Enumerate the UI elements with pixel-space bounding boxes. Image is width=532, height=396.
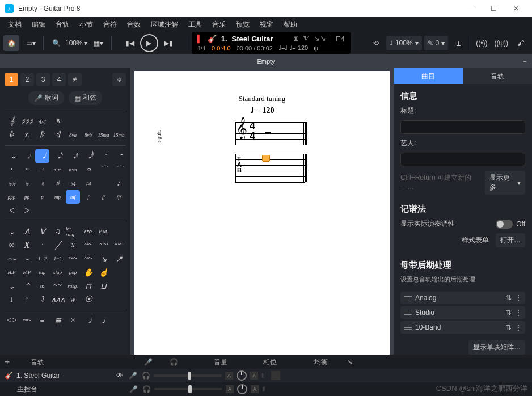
visibility-icon[interactable]: 👁 bbox=[116, 372, 125, 380]
freetime-button[interactable]: 𝄋 bbox=[50, 115, 65, 128]
score-viewport[interactable]: Standard tuning ♩ = 120 s.guit. 𝄞 44 bbox=[130, 68, 394, 374]
fx-row-10band[interactable]: 10-Band ⇅ ⋮ bbox=[400, 321, 525, 334]
open-stylesheet-button[interactable]: 打开… bbox=[496, 233, 525, 247]
play-button[interactable]: ▶ bbox=[140, 34, 158, 52]
countdown-icon[interactable]: ↘↘ bbox=[314, 34, 326, 43]
drag-handle-icon[interactable] bbox=[404, 326, 412, 330]
voice-4-button[interactable]: 4 bbox=[52, 73, 66, 86]
auto-pan-button[interactable]: A bbox=[251, 385, 259, 393]
maximize-button[interactable]: ☐ bbox=[482, 0, 505, 17]
menu-section[interactable]: 区域注解 bbox=[146, 19, 183, 31]
quarterflat-button[interactable]: ♭4 bbox=[66, 176, 80, 190]
menu-tools[interactable]: 工具 bbox=[184, 19, 206, 31]
show-tuning-toggle[interactable] bbox=[496, 220, 513, 229]
15mb-button[interactable]: 15mb bbox=[112, 128, 126, 142]
mic-icon[interactable]: 🎤 bbox=[129, 372, 137, 380]
add-tab-button[interactable]: ＋ bbox=[520, 56, 530, 66]
minimize-button[interactable]: ― bbox=[459, 0, 482, 17]
half-rest-button[interactable]: 𝄼 bbox=[112, 149, 126, 163]
quartersharp-button[interactable]: ♯4 bbox=[81, 176, 95, 190]
menu-help[interactable]: 帮助 bbox=[279, 19, 302, 31]
score-page[interactable]: Standard tuning ♩ = 120 s.guit. 𝄞 44 bbox=[134, 71, 390, 371]
artist-input[interactable] bbox=[400, 153, 525, 166]
track-color-swatch[interactable] bbox=[271, 371, 280, 380]
menu-fx[interactable]: 音效 bbox=[123, 19, 145, 31]
note-duration-selector[interactable]: ♩ 100% ▾ bbox=[386, 36, 422, 50]
15ma-button[interactable]: 15ma bbox=[96, 128, 111, 142]
brush-button[interactable]: 🖌 bbox=[513, 35, 529, 51]
menu-file[interactable]: 文档 bbox=[3, 19, 26, 31]
keysig-button[interactable]: ♯♯♯ bbox=[20, 115, 34, 128]
zoom-value[interactable]: 100% bbox=[65, 39, 83, 47]
voice-3-button[interactable]: 3 bbox=[36, 73, 50, 86]
pop-button[interactable]: pop bbox=[66, 266, 80, 279]
collapse-icon[interactable]: ↘ bbox=[347, 358, 353, 366]
undo-button[interactable]: ⟲ bbox=[368, 35, 384, 51]
close-button[interactable]: ✕ bbox=[505, 0, 527, 17]
double-dot-button[interactable]: ·· bbox=[20, 163, 34, 176]
tap-button[interactable]: tap bbox=[35, 266, 49, 279]
mp-button[interactable]: mp bbox=[50, 190, 65, 204]
crescendo-button[interactable]: < bbox=[5, 204, 19, 217]
repeat-open-button[interactable]: 𝄆 bbox=[5, 128, 19, 142]
menu-window[interactable]: 视窗 bbox=[255, 19, 278, 31]
tuplet-nm2-button[interactable]: n:m bbox=[66, 163, 80, 176]
natural-button[interactable]: ♮ bbox=[35, 176, 49, 190]
edit-cursor[interactable] bbox=[262, 155, 270, 162]
next-button[interactable]: ▶▮ bbox=[161, 35, 176, 51]
design-mode-button[interactable]: ⎆ bbox=[112, 73, 126, 86]
rasgueado-button[interactable]: rasg. bbox=[66, 279, 80, 293]
decrescendo-button[interactable]: > bbox=[20, 204, 34, 217]
title-input[interactable] bbox=[400, 120, 525, 134]
auto-vol-button[interactable]: A bbox=[225, 372, 233, 380]
track-row[interactable]: 🎸 1. Steel Guitar 👁 🎤🎧 A A ⫴ bbox=[0, 369, 532, 382]
trill-button[interactable]: tr. bbox=[35, 279, 49, 293]
document-tab[interactable]: Empty bbox=[257, 58, 275, 65]
audio-button[interactable]: ((•)) bbox=[474, 35, 489, 51]
half-note-button[interactable]: 𝅗𝅥 bbox=[20, 149, 34, 163]
zoom-icon[interactable]: 🔍 bbox=[48, 35, 64, 51]
voice-2-button[interactable]: 2 bbox=[20, 73, 34, 86]
drag-handle-icon[interactable] bbox=[404, 296, 412, 300]
tab-staff[interactable]: T A B bbox=[217, 154, 307, 183]
sixteenth-note-button[interactable]: 𝅘𝅥𝅯 bbox=[66, 149, 80, 163]
menu-music[interactable]: 音乐 bbox=[208, 19, 230, 31]
hourglass-icon[interactable]: ⧗ bbox=[293, 34, 298, 43]
repeat-start-button[interactable]: 𝄆 bbox=[35, 128, 49, 142]
phones-icon[interactable]: 🎧 bbox=[142, 372, 150, 380]
volume-slider[interactable] bbox=[154, 374, 222, 377]
letring-button[interactable]: let ring bbox=[66, 225, 80, 238]
strum-up-button[interactable]: ↑ bbox=[20, 293, 34, 306]
palmmute-button[interactable]: P.M. bbox=[96, 225, 111, 238]
tuplet-nm-button[interactable]: n:m bbox=[50, 163, 65, 176]
dead-note-button[interactable]: X bbox=[20, 238, 34, 252]
fx-updown-icon[interactable]: ⇅ bbox=[506, 323, 512, 331]
flat-button[interactable]: ♭ bbox=[20, 176, 34, 190]
phones-icon[interactable]: 🎧 bbox=[142, 385, 151, 393]
fx-row-studio[interactable]: Studio ⇅ ⋮ bbox=[400, 306, 525, 319]
transpose-up-button[interactable]: ± bbox=[450, 35, 466, 51]
ppp-button[interactable]: ppp bbox=[5, 190, 19, 204]
sharp-button[interactable]: ♯ bbox=[50, 176, 65, 190]
finger-button[interactable]: ☝ bbox=[96, 266, 111, 279]
metronome-icon[interactable]: ⧨ bbox=[303, 34, 309, 43]
clef-button[interactable]: 𝄞 bbox=[5, 115, 19, 128]
prev-button[interactable]: ▮◀ bbox=[122, 35, 138, 51]
fermata-button[interactable]: 𝄐 bbox=[81, 163, 95, 176]
fx-menu-icon[interactable]: ⋮ bbox=[515, 323, 522, 331]
home-button[interactable]: 🏠 bbox=[3, 35, 19, 51]
alt-ending-button[interactable]: X. bbox=[20, 128, 34, 142]
timesig-button[interactable]: 4/4 bbox=[35, 115, 49, 128]
multivoice-button[interactable]: ≢ bbox=[68, 73, 82, 86]
menu-track[interactable]: 音轨 bbox=[51, 19, 74, 31]
chords-button[interactable]: ▦ 和弦 bbox=[69, 91, 102, 105]
show-more-button[interactable]: 显示更多▾ bbox=[485, 171, 525, 195]
pen-tool[interactable]: ✎ 0 ▾ bbox=[424, 36, 449, 50]
auto-pan-button[interactable]: A bbox=[250, 372, 258, 380]
zoom-dropdown-icon[interactable]: ▾ bbox=[84, 39, 87, 47]
grid-view-button[interactable]: ▦▾ bbox=[91, 35, 107, 51]
fx-row-analog[interactable]: Analog ⇅ ⋮ bbox=[400, 292, 525, 304]
hand-button[interactable]: ✋ bbox=[81, 266, 95, 279]
eighth-note-button[interactable]: 𝅘𝅥𝅮 bbox=[50, 149, 65, 163]
fff-button[interactable]: fff bbox=[112, 190, 126, 204]
